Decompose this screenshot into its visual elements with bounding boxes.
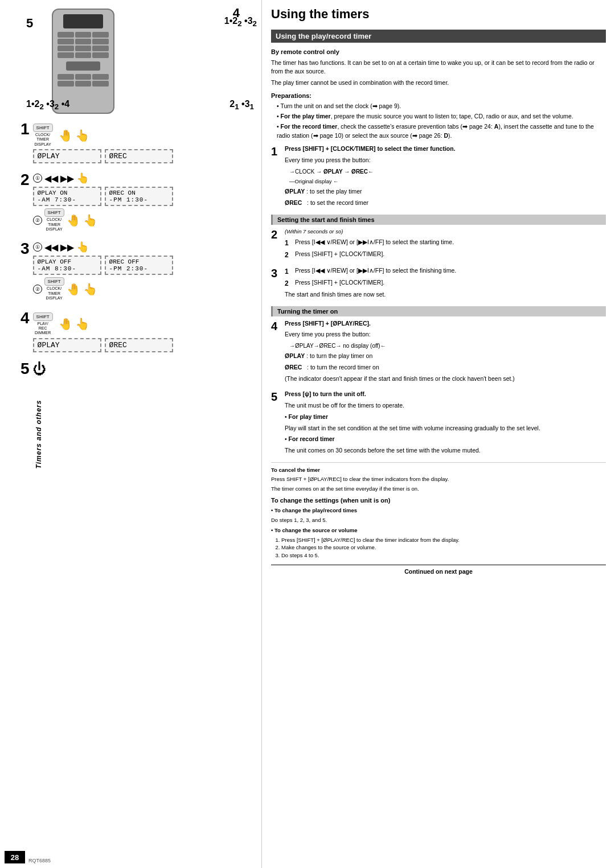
preparations-list: Turn the unit on and set the clock (➡ pa… <box>271 102 606 140</box>
hand-icon-4a: 🤚 <box>59 317 73 331</box>
step-2-inner-1: 1 Press [I◀◀ ∨/REW] or [▶▶I∧/FF] to sele… <box>285 238 606 248</box>
right-step-5-num: 5 <box>271 390 280 404</box>
step-2-displays-on: ØPLAY ON-AM 7:30- ØREC ON-PM 1:30- <box>33 187 257 206</box>
for-play-text: Play will start in the set condition at … <box>285 424 606 433</box>
remote-button-grid <box>53 31 113 59</box>
power-icon: ⏻ <box>33 361 47 376</box>
lcd-play-time-2: -AM 7:30- <box>38 196 76 203</box>
step-2-sub1: ① ◀◀ ▶▶ 👆 <box>33 172 257 184</box>
lcd-rec-4: ØREC <box>105 338 173 352</box>
step-4-content: SHIFT PLAY/RECDIMMER 🤚 👆 ØPLAY ØREC <box>33 310 257 354</box>
hand-icon-1a: 🤚 <box>59 129 73 142</box>
hands-2: 🤚 👆 <box>67 213 97 227</box>
side-label: Timers and others <box>35 400 43 468</box>
step-4-displays: ØPLAY ØREC <box>33 338 257 352</box>
left-step-3: 3 ① ◀◀ ▶▶ 👆 ØPLAY OFF-AM 8:30- ØREC OFF-… <box>20 241 257 303</box>
lcd-play-on-2: ØPLAY ON-AM 7:30- <box>33 187 101 206</box>
change-record-header: • To change the play/record times <box>271 507 606 514</box>
num-1dot22dot32: 1•22 •32 <box>224 16 257 26</box>
change-source-steps-list: Press [SHIFT] + [ØPLAY/REC] to clear the… <box>271 536 606 559</box>
for-play-header: • For play timer <box>285 413 606 422</box>
hand-icon-1b: 👆 <box>75 129 89 142</box>
play-set-note: ØPLAY : to set the play timer <box>285 187 606 196</box>
shift-box-1: SHIFT <box>33 124 53 132</box>
page-title: Using the timers <box>271 7 606 24</box>
lcd-rec-time-3: -PM 2:30- <box>109 265 148 272</box>
hands-3: 🤚 👆 <box>67 282 97 296</box>
step-4-number: 4 <box>20 310 30 326</box>
step-3-content: ① ◀◀ ▶▶ 👆 ØPLAY OFF-AM 8:30- ØREC OFF-PM… <box>33 241 257 303</box>
lcd-play-4: ØPLAY <box>33 338 101 352</box>
right-step-2: 2 (Within 7 seconds or so) 1 Press [I◀◀ … <box>271 228 606 262</box>
step-5-content: ⏻ <box>33 361 257 377</box>
inner-step-3-2-text: Press [SHIFT] + [CLOCK⁄TIMER]. <box>295 278 384 289</box>
hand-icon-2a: 🤚 <box>67 213 81 227</box>
step-2-number: 2 <box>20 172 30 188</box>
for-record-text: The unit comes on 30 seconds before the … <box>285 446 606 455</box>
right-step-5-text: Press [ψ] to turn the unit off. The unit… <box>285 390 606 458</box>
arrow-line-4: →ØPLAY→ØREC→ no display (off)← <box>285 342 606 350</box>
step-1-number: 1 <box>20 121 30 137</box>
lcd-play-time-3: -AM 8:30- <box>38 265 76 272</box>
shift-box-2: SHIFT <box>44 208 64 217</box>
right-step-5: 5 Press [ψ] to turn the unit off. The un… <box>271 390 606 458</box>
for-record-header: • For record timer <box>285 435 606 444</box>
prep-item-3: For the record timer, check the cassette… <box>277 122 606 141</box>
setting-section-header: Setting the start and finish times <box>271 215 606 225</box>
clock-timer-label-2: CLOCK/TIMERDISPLAY <box>46 217 63 232</box>
hand-icon-2: 👆 <box>76 172 89 184</box>
play-rec-dimmer-label: PLAY/RECDIMMER <box>35 322 51 336</box>
remote-diagram: 4 5 1•22 •32 <box>20 6 257 117</box>
hand-icon-2b: 👆 <box>83 213 97 227</box>
step-3-inner-1: 1 Press [I◀◀ ∨/REW] or [▶▶I∧/FF] to sele… <box>285 266 606 277</box>
diagram-label-bottom-right: 21 •31 <box>229 99 254 111</box>
right-step-4-text: Press [SHIFT] + [ØPLAY/REC]. Every time … <box>285 319 606 386</box>
inner-step-2-1-text: Press [I◀◀ ∨/REW] or [▶▶I∧/FF] to select… <box>295 238 454 248</box>
continued-label: Continued on next page <box>271 565 606 577</box>
diagram-label-5: 5 <box>26 16 33 31</box>
indicator-note: (The indicator doesn't appear if the sta… <box>285 375 606 384</box>
change-source-header: • To change the source or volume <box>271 526 606 534</box>
circle-1-step2: ① <box>33 174 42 183</box>
lcd-rec-1: ØREC <box>105 149 173 163</box>
rqt-label: RQT6885 <box>28 858 51 863</box>
right-step-3: 3 1 Press [I◀◀ ∨/REW] or [▶▶I∧/FF] to se… <box>271 266 606 302</box>
circle-1-step3: ① <box>33 242 42 252</box>
hand-icon-4b: 👆 <box>75 317 89 331</box>
right-step-4-num: 4 <box>271 319 280 333</box>
step-3-displays-off: ØPLAY OFF-AM 8:30- ØREC OFF-PM 2:30- <box>33 256 257 275</box>
rec-set-note: ØREC : to set the record timer <box>285 199 606 208</box>
inner-step-2-2-num: 2 <box>285 250 292 260</box>
cancel-header: To cancel the timer <box>271 466 606 474</box>
circle-2-step3: ② <box>33 285 42 294</box>
clock-timer-label-3: CLOCK/TIMERDISPLAY <box>46 286 63 301</box>
timer-on-section-header: Turning the timer on <box>271 306 606 316</box>
intro-text-1: The timer has two functions. It can be s… <box>271 59 606 77</box>
everyday-text: The timer comes on at the set time every… <box>271 485 606 492</box>
step-2-content: ① ◀◀ ▶▶ 👆 ØPLAY ON-AM 7:30- ØREC ON-PM 1… <box>33 172 257 234</box>
shift-ctrl-3: SHIFT CLOCK/TIMERDISPLAY <box>44 277 64 301</box>
inner-step-2-1-num: 1 <box>285 238 292 248</box>
right-step-1-num: 1 <box>271 145 280 158</box>
times-set-note: The start and finish times are now set. <box>285 290 606 299</box>
shift-ctrl-1: SHIFT CLOCK/TIMERDISPLAY <box>33 124 53 147</box>
step-2-inner-2: 2 Press [SHIFT] + [CLOCK⁄TIMER]. <box>285 250 606 260</box>
inner-step-3-1-num: 1 <box>285 266 292 277</box>
intro-text-2: The play timer cannot be used in combina… <box>271 79 606 88</box>
original-display-label: —Original display ← <box>285 178 606 186</box>
lcd-rec-off-3: ØREC OFF-PM 2:30- <box>105 256 173 275</box>
clock-timer-display-label: CLOCK/TIMERDISPLAY <box>35 133 51 147</box>
remote-device <box>52 9 114 114</box>
change-record-text: Do steps 1, 2, 3, and 5. <box>271 516 606 524</box>
right-step-1: 1 Press [SHIFT] + [CLOCK⁄TIMER] to selec… <box>271 145 606 209</box>
step-3-inner-2: 2 Press [SHIFT] + [CLOCK⁄TIMER]. <box>285 278 606 289</box>
hands-1: 🤚 👆 <box>59 129 89 142</box>
left-panel: Timers and others 4 5 1•22 •32 <box>0 0 262 868</box>
change-settings-header: To change the settings (when unit is on) <box>271 496 606 505</box>
diagram-label-bottom-left: 1•22 •32 •4 <box>26 99 69 111</box>
step-3-sub2: ② SHIFT CLOCK/TIMERDISPLAY 🤚 👆 <box>33 277 257 301</box>
shift-box-3: SHIFT <box>44 277 64 286</box>
hand-icon-3: 👆 <box>76 241 89 253</box>
right-step-3-num: 3 <box>271 266 280 280</box>
page-number-badge: 28 <box>5 851 25 863</box>
